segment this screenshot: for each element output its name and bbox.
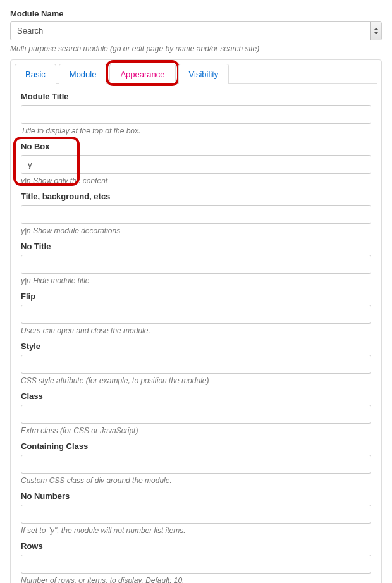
chevron-updown-icon [370,22,381,40]
field-containing-class: Containing Class Custom CSS class of div… [21,441,371,485]
module-title-label: Module Title [21,92,371,101]
flip-label: Flip [21,292,371,301]
containing-class-input[interactable] [21,455,371,474]
module-name-select-value: Search [10,21,382,40]
module-name-label: Module Name [10,9,382,18]
tab-appearance[interactable]: Appearance [109,64,175,84]
no-numbers-label: No Numbers [21,491,371,501]
field-no-title: No Title y|n Hide module title [21,242,371,285]
module-name-help: Multi-purpose search module (go or edit … [10,44,382,53]
rows-label: Rows [21,541,371,551]
tab-visibility[interactable]: Visibility [178,64,230,84]
title-bg-label: Title, background, etcs [21,192,371,201]
containing-class-label: Containing Class [21,441,371,451]
field-flip: Flip Users can open and close the module… [21,292,371,335]
tabs-bar: Basic Module Appearance Visibility [15,64,377,84]
field-style: Style CSS style attribute (for example, … [21,341,371,385]
title-bg-input[interactable] [21,205,371,224]
field-title-bg: Title, background, etcs y|n Show module … [21,192,371,235]
module-title-desc: Title to display at the top of the box. [21,126,371,135]
no-box-desc: y|n Show only the content [21,176,371,185]
no-box-label: No Box [21,142,371,151]
title-bg-desc: y|n Show module decorations [21,226,371,235]
class-desc: Extra class (for CSS or JavaScript) [21,426,371,435]
class-label: Class [21,391,371,401]
field-module-title: Module Title Title to display at the top… [21,92,371,135]
form-body: Module Title Title to display at the top… [15,90,377,583]
containing-class-desc: Custom CSS class of div around the modul… [21,476,371,485]
style-label: Style [21,341,371,351]
field-class: Class Extra class (for CSS or JavaScript… [21,391,371,435]
style-input[interactable] [21,355,371,374]
module-name-section: Module Name Search Multi-purpose search … [10,9,382,53]
flip-desc: Users can open and close the module. [21,326,371,335]
no-title-input[interactable] [21,255,371,274]
field-no-box: No Box y|n Show only the content [21,142,371,185]
no-numbers-input[interactable] [21,505,371,524]
flip-input[interactable] [21,305,371,324]
field-rows: Rows Number of rows, or items, to displa… [21,541,371,583]
field-no-numbers: No Numbers If set to "y", the module wil… [21,491,371,535]
no-title-desc: y|n Hide module title [21,276,371,285]
no-title-label: No Title [21,242,371,251]
class-input[interactable] [21,405,371,424]
module-title-input[interactable] [21,105,371,124]
tab-basic[interactable]: Basic [15,64,56,84]
no-box-input[interactable] [21,155,371,174]
tab-module[interactable]: Module [59,64,107,84]
rows-desc: Number of rows, or items, to display. De… [21,576,371,583]
module-name-select[interactable]: Search [10,21,382,40]
no-numbers-desc: If set to "y", the module will not numbe… [21,526,371,535]
style-desc: CSS style attribute (for example, to pos… [21,376,371,385]
rows-input[interactable] [21,555,371,574]
tab-panel: Basic Module Appearance Visibility Modul… [10,59,382,583]
